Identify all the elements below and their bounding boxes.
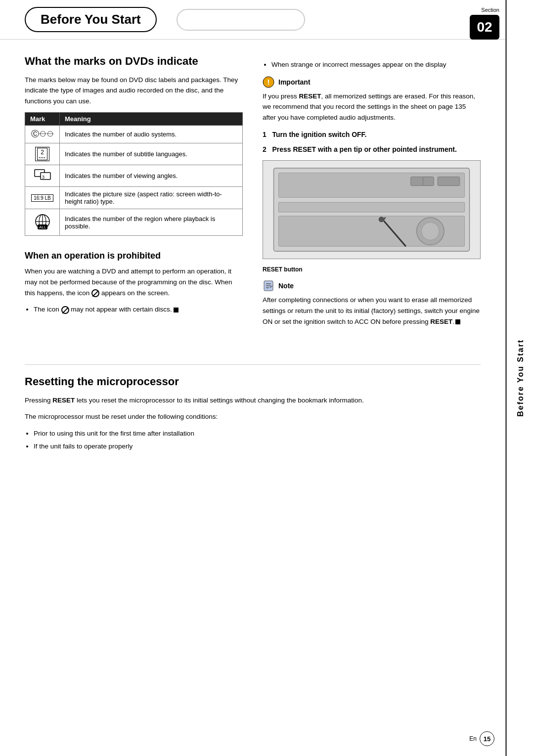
prohibit-icon-bullet bbox=[61, 306, 69, 314]
table-row: 16:9 LB Indicates the picture size (aspe… bbox=[25, 187, 243, 209]
svg-rect-16 bbox=[278, 203, 464, 213]
table-col-meaning: Meaning bbox=[60, 113, 243, 126]
table-row: ALL Indicates the number of the region w… bbox=[25, 209, 243, 236]
reset-bullet-2: If the unit fails to operate properly bbox=[34, 441, 481, 452]
mark-audio-meaning: Indicates the number of audio systems. bbox=[60, 126, 243, 143]
important-box: ! Important If you press RESET, all memo… bbox=[263, 76, 481, 123]
svg-text:3: 3 bbox=[42, 175, 44, 179]
mark-aspect-cell: 16:9 LB bbox=[25, 187, 60, 209]
header-title-text: Before You Start bbox=[41, 12, 141, 27]
subtitle-icon: 2 •••• bbox=[35, 147, 50, 161]
operation-bullet-item: The icon may not appear with certain dis… bbox=[34, 304, 243, 315]
reset-button-label: RESET button bbox=[263, 266, 481, 273]
section-label: Section bbox=[481, 7, 499, 13]
svg-rect-15 bbox=[423, 177, 434, 186]
mark-audio-cell: Ⓒ⦵⦵ bbox=[25, 126, 60, 143]
main-content: What the marks on DVDs indicate The mark… bbox=[0, 40, 505, 350]
sidebar-label: Before You Start bbox=[516, 339, 525, 417]
device-image bbox=[263, 160, 481, 259]
marks-intro: The marks below may be found on DVD disc… bbox=[25, 75, 243, 107]
svg-point-22 bbox=[421, 222, 439, 240]
reset-heading: Resetting the microprocessor bbox=[25, 375, 481, 389]
right-column: When strange or incorrect messages appea… bbox=[263, 54, 481, 335]
operation-bullets: The icon may not appear with certain dis… bbox=[34, 304, 243, 315]
operation-heading: When an operation is prohibited bbox=[25, 251, 243, 261]
page-footer: En 15 bbox=[469, 731, 494, 746]
device-svg bbox=[268, 163, 475, 256]
right-bullet-display: When strange or incorrect messages appea… bbox=[271, 59, 481, 70]
page-number: 15 bbox=[480, 731, 494, 746]
table-row: 3 Indicates the number of viewing angles… bbox=[25, 165, 243, 187]
bottom-section: Resetting the microprocessor Pressing RE… bbox=[0, 350, 505, 472]
header-subtitle-box bbox=[177, 9, 305, 31]
audio-icon: Ⓒ⦵⦵ bbox=[31, 129, 54, 139]
mark-region-cell: ALL bbox=[25, 209, 60, 236]
header-bar: Before You Start Section 02 bbox=[0, 0, 534, 40]
svg-rect-14 bbox=[438, 177, 460, 186]
viewing-icon: 3 bbox=[34, 169, 51, 181]
reset-body1: Pressing RESET lets you reset the microp… bbox=[25, 395, 481, 406]
note-body: After completing connections or when you… bbox=[263, 295, 481, 327]
note-header: Note bbox=[263, 280, 481, 292]
operation-body: When you are watching a DVD and attempt … bbox=[25, 266, 243, 298]
note-icon bbox=[263, 280, 274, 292]
mark-viewing-meaning: Indicates the number of viewing angles. bbox=[60, 165, 243, 187]
important-body: If you press RESET, all memorized settin… bbox=[263, 91, 481, 123]
marks-table: Mark Meaning Ⓒ⦵⦵ Indicates the number of… bbox=[25, 112, 243, 236]
small-square-note bbox=[455, 319, 460, 324]
reset-bullets: Prior to using this unit for the first t… bbox=[34, 428, 481, 451]
header-title: Before You Start bbox=[25, 7, 157, 32]
important-icon: ! bbox=[263, 76, 274, 88]
mark-aspect-meaning: Indicates the picture size (aspect ratio… bbox=[60, 187, 243, 209]
step2: 2 Press RESET with a pen tip or other po… bbox=[263, 145, 481, 153]
mark-region-meaning: Indicates the number of the region where… bbox=[60, 209, 243, 236]
table-row: Ⓒ⦵⦵ Indicates the number of audio system… bbox=[25, 126, 243, 143]
aspect-icon: 16:9 LB bbox=[31, 194, 53, 202]
important-header: ! Important bbox=[263, 76, 481, 88]
right-sidebar: Before You Start bbox=[505, 0, 534, 756]
note-label: Note bbox=[278, 282, 294, 290]
mark-subtitle-meaning: Indicates the number of subtitle languag… bbox=[60, 143, 243, 165]
header-right-area: Section 02 bbox=[470, 0, 499, 40]
reset-bullet-1: Prior to using this unit for the first t… bbox=[34, 428, 481, 439]
marks-heading: What the marks on DVDs indicate bbox=[25, 54, 243, 69]
svg-rect-12 bbox=[278, 173, 464, 197]
left-column: What the marks on DVDs indicate The mark… bbox=[25, 54, 243, 335]
table-col-mark: Mark bbox=[25, 113, 60, 126]
page-wrapper: Before You Start Section 02 What the mar… bbox=[0, 0, 534, 756]
step1: 1 Turn the ignition switch OFF. bbox=[263, 131, 481, 138]
region-icon: ALL bbox=[34, 213, 51, 230]
mark-subtitle-cell: 2 •••• bbox=[25, 143, 60, 165]
important-label: Important bbox=[278, 78, 311, 86]
svg-text:!: ! bbox=[267, 78, 270, 86]
right-bullet-list: When strange or incorrect messages appea… bbox=[271, 59, 481, 70]
note-box: Note After completing connections or whe… bbox=[263, 280, 481, 327]
table-row: 2 •••• Indicates the number of subtitle … bbox=[25, 143, 243, 165]
svg-text:ALL: ALL bbox=[39, 225, 46, 229]
section-divider bbox=[25, 364, 481, 365]
footer-lang: En bbox=[469, 735, 477, 742]
prohibit-icon-inline bbox=[91, 289, 99, 297]
reset-body2: The microprocessor must be reset under t… bbox=[25, 411, 481, 422]
mark-viewing-cell: 3 bbox=[25, 165, 60, 187]
small-square-icon bbox=[174, 308, 178, 312]
section-number: 02 bbox=[470, 15, 499, 40]
